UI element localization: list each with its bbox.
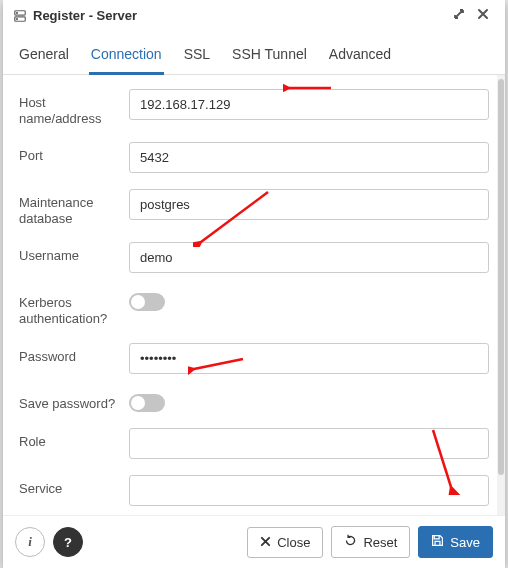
maintdb-label: Maintenance database	[19, 189, 129, 226]
reset-label: Reset	[363, 535, 397, 550]
tab-connection[interactable]: Connection	[89, 40, 164, 75]
tab-ssl[interactable]: SSL	[182, 40, 212, 74]
kerberos-toggle[interactable]	[129, 293, 165, 311]
password-label: Password	[19, 343, 129, 365]
save-icon	[431, 534, 444, 550]
username-label: Username	[19, 242, 129, 264]
dialog-title: Register - Server	[33, 8, 447, 23]
savepwd-toggle[interactable]	[129, 394, 165, 412]
tab-sshtunnel[interactable]: SSH Tunnel	[230, 40, 309, 74]
role-input[interactable]	[129, 428, 489, 459]
info-button[interactable]: i	[15, 527, 45, 557]
close-label: Close	[277, 535, 310, 550]
server-icon	[13, 9, 27, 23]
port-label: Port	[19, 142, 129, 164]
service-input[interactable]	[129, 475, 489, 506]
tab-general[interactable]: General	[17, 40, 71, 74]
form-area: Host name/address Port Maintenance datab…	[3, 75, 505, 515]
kerberos-label: Kerberos authentication?	[19, 289, 129, 326]
info-icon: i	[28, 534, 32, 550]
scrollbar[interactable]	[497, 75, 505, 515]
maintdb-input[interactable]	[129, 189, 489, 220]
scrollbar-thumb[interactable]	[498, 79, 504, 475]
reset-button[interactable]: Reset	[331, 526, 410, 558]
titlebar: Register - Server	[3, 0, 505, 32]
role-label: Role	[19, 428, 129, 450]
svg-point-2	[16, 12, 17, 13]
save-button[interactable]: Save	[418, 526, 493, 558]
host-label: Host name/address	[19, 89, 129, 126]
tab-advanced[interactable]: Advanced	[327, 40, 393, 74]
footer: i ? Close Reset Save	[3, 515, 505, 568]
close-button[interactable]: Close	[247, 527, 323, 558]
username-input[interactable]	[129, 242, 489, 273]
svg-point-3	[16, 18, 17, 19]
expand-button[interactable]	[447, 6, 471, 25]
close-window-button[interactable]	[471, 6, 495, 25]
port-input[interactable]	[129, 142, 489, 173]
close-icon	[260, 535, 271, 550]
tabbar: General Connection SSL SSH Tunnel Advanc…	[3, 32, 505, 75]
save-label: Save	[450, 535, 480, 550]
host-input[interactable]	[129, 89, 489, 120]
service-label: Service	[19, 475, 129, 497]
help-icon: ?	[64, 535, 72, 550]
reset-icon	[344, 534, 357, 550]
register-server-dialog: Register - Server General Connection SSL…	[3, 0, 505, 568]
password-input[interactable]	[129, 343, 489, 374]
help-button[interactable]: ?	[53, 527, 83, 557]
savepwd-label: Save password?	[19, 390, 129, 412]
